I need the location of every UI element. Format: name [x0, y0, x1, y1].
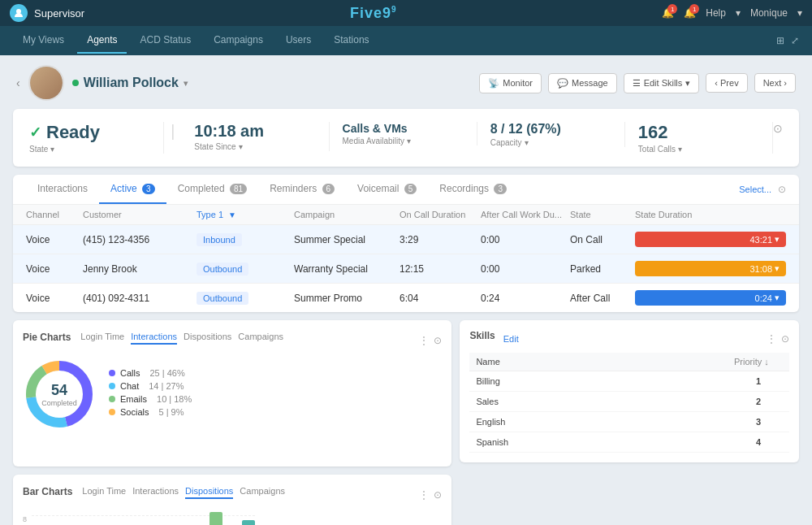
- skill-name: English: [476, 417, 734, 427]
- row-acw: 0:00: [481, 263, 570, 275]
- legend-socials-value: 5 | 9%: [158, 407, 184, 417]
- skills-more-icon[interactable]: ⋮: [767, 333, 776, 345]
- interactions-tabs: Interactions Active 3 Completed 81 Remin…: [13, 175, 799, 205]
- bar-more-icon[interactable]: ⋮: [419, 489, 429, 501]
- col-header-acw: After Call Work Du...: [481, 210, 570, 219]
- tab-recordings[interactable]: Recordings 3: [428, 175, 518, 204]
- pie-tab-login[interactable]: Login Time: [80, 330, 124, 345]
- bar-tab-interactions[interactable]: Interactions: [132, 484, 179, 499]
- stat-capacity: 8 / 12 (67%) Capacity ▾: [477, 122, 625, 147]
- table-row[interactable]: Voice (415) 123-4356 Inbound Summer Spec…: [13, 225, 799, 254]
- media-dropdown-icon[interactable]: ▾: [407, 137, 411, 145]
- skills-settings-icon[interactable]: ⊙: [781, 333, 789, 345]
- pie-chart-title: Pie Charts: [23, 332, 71, 343]
- skill-priority: 1: [734, 376, 783, 386]
- table-settings-icon[interactable]: ⊙: [778, 184, 786, 195]
- avatar: [28, 65, 64, 101]
- skill-row: English 3: [469, 412, 789, 432]
- bell2-icon[interactable]: 🔔1: [684, 7, 696, 19]
- edit-skills-button[interactable]: ☰ Edit Skills ▾: [624, 73, 700, 93]
- sidebar-item-agents[interactable]: Agents: [77, 28, 127, 54]
- pie-more-icon[interactable]: ⋮: [419, 335, 429, 346]
- state-since-dropdown-icon[interactable]: ▾: [239, 142, 243, 151]
- bar-chart-title: Bar Charts: [23, 486, 72, 497]
- row-campaign: Warranty Special: [294, 263, 400, 275]
- app-name: Supervisor: [34, 7, 84, 20]
- row-customer: Jenny Brook: [83, 263, 197, 275]
- bar-settings-icon[interactable]: ⊙: [434, 489, 442, 501]
- bar-test: Test: [242, 520, 256, 525]
- table-row[interactable]: Voice (401) 092-4311 Outbound Summer Pro…: [13, 284, 799, 312]
- tab-interactions[interactable]: Interactions: [26, 175, 99, 204]
- sidebar-item-my-views[interactable]: My Views: [13, 28, 74, 54]
- pie-settings-icon[interactable]: ⊙: [434, 335, 442, 346]
- tab-completed[interactable]: Completed 81: [166, 175, 259, 204]
- sidebar-item-stations[interactable]: Stations: [324, 28, 378, 54]
- back-button[interactable]: ‹: [16, 76, 20, 89]
- stats-card: ✓ Ready State ▾ | 10:18 am State Since ▾…: [13, 109, 799, 167]
- skills-rows: Billing 1 Sales 2 English 3 Spanish: [469, 371, 789, 453]
- row-state: After Call: [570, 293, 635, 304]
- pie-tab-dispositions[interactable]: Dispositions: [184, 330, 231, 345]
- stats-settings-icon[interactable]: ⊙: [773, 122, 783, 135]
- row-on-call: 12:15: [400, 263, 481, 275]
- capacity-dropdown-icon[interactable]: ▾: [525, 138, 529, 147]
- sidebar-item-campaigns[interactable]: Campaigns: [204, 28, 273, 54]
- legend-calls-label: Calls: [120, 368, 140, 378]
- user-chevron-icon: ▾: [797, 7, 802, 19]
- skills-title: Skills: [469, 330, 495, 341]
- col-header-customer: Customer: [83, 210, 197, 219]
- donut-chart: 54 Completed: [23, 358, 96, 431]
- skills-card: Skills Edit ⋮ ⊙ Name Priority ↓: [460, 320, 799, 462]
- col-header-type[interactable]: Type 1 ▼: [197, 210, 294, 219]
- nav-bar: My Views Agents ACD Status Campaigns Use…: [0, 26, 812, 55]
- table-row[interactable]: Voice Jenny Brook Outbound Warranty Spec…: [13, 254, 799, 284]
- sidebar-item-users[interactable]: Users: [276, 28, 321, 54]
- bar-chart-area: 8 6 4 2 0: [23, 510, 442, 525]
- row-state: Parked: [570, 263, 635, 275]
- state-dropdown-icon[interactable]: ▾: [50, 145, 54, 154]
- chevron-down-icon: ▾: [736, 7, 741, 19]
- select-button[interactable]: Select...: [739, 184, 771, 194]
- col-header-state: State: [570, 210, 635, 219]
- row-customer: (415) 123-4356: [83, 234, 197, 245]
- help-menu[interactable]: Help: [706, 7, 726, 19]
- skill-row: Billing 1: [469, 371, 789, 392]
- skill-name: Billing: [476, 376, 734, 386]
- expand-icon[interactable]: ⤢: [791, 35, 799, 46]
- bar-tab-login[interactable]: Login Time: [82, 484, 126, 499]
- skill-priority: 4: [734, 437, 783, 447]
- col-header-channel: Channel: [26, 210, 83, 219]
- stat-state: ✓ Ready State ▾: [29, 122, 164, 154]
- agent-dropdown-icon[interactable]: ▾: [184, 79, 188, 88]
- col-header-priority[interactable]: Priority ↓: [734, 357, 783, 367]
- pie-tab-interactions[interactable]: Interactions: [131, 330, 177, 345]
- prev-button[interactable]: ‹ Prev: [706, 73, 747, 93]
- col-header-state-duration: State Duration: [635, 210, 786, 219]
- row-channel: Voice: [26, 263, 83, 275]
- supervisor-avatar: [10, 4, 28, 22]
- sidebar-item-acd-status[interactable]: ACD Status: [130, 28, 201, 54]
- agent-actions: 📡 Monitor 💬 Message ☰ Edit Skills ▾ ‹ Pr…: [479, 73, 796, 93]
- user-menu[interactable]: Monique: [750, 7, 788, 19]
- pie-tab-campaigns[interactable]: Campaigns: [238, 330, 283, 345]
- row-timer[interactable]: 43:21 ▾: [635, 232, 786, 247]
- tab-reminders[interactable]: Reminders 6: [258, 175, 346, 204]
- tab-active[interactable]: Active 3: [99, 175, 166, 204]
- bar-tab-dispositions[interactable]: Dispositions: [185, 484, 233, 499]
- next-button[interactable]: Next ›: [754, 73, 796, 93]
- skill-priority: 3: [734, 417, 783, 427]
- bell1-icon[interactable]: 🔔1: [662, 7, 674, 19]
- bar-queue: Queue: [205, 512, 227, 525]
- row-timer[interactable]: 0:24 ▾: [635, 290, 786, 306]
- tab-voicemail[interactable]: Voicemail 5: [346, 175, 428, 204]
- skills-edit-link[interactable]: Edit: [503, 334, 519, 344]
- row-timer[interactable]: 31:08 ▾: [635, 261, 786, 276]
- skill-name: Spanish: [476, 437, 734, 447]
- grid-icon[interactable]: ⊞: [776, 35, 784, 46]
- monitor-button[interactable]: 📡 Monitor: [479, 73, 542, 93]
- total-calls-dropdown-icon[interactable]: ▾: [678, 145, 682, 154]
- ready-check-icon: ✓: [29, 124, 41, 141]
- message-button[interactable]: 💬 Message: [548, 73, 617, 93]
- bar-tab-campaigns[interactable]: Campaigns: [240, 484, 285, 499]
